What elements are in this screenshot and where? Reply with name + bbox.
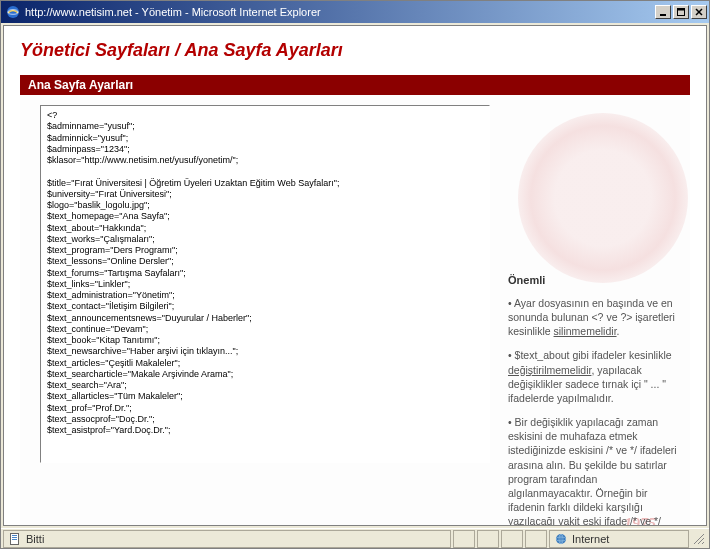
info-sidebar: Önemli • Ayar dosyasının en başında ve e… xyxy=(498,95,692,526)
svg-rect-10 xyxy=(12,539,17,540)
settings-panel: Ana Sayfa Ayarları Önemli • Ayar dosyası… xyxy=(20,75,690,526)
close-button[interactable] xyxy=(691,5,707,19)
svg-line-17 xyxy=(702,542,704,544)
watermark-seal xyxy=(518,113,688,283)
zone-label: Internet xyxy=(572,533,609,545)
ie-icon xyxy=(5,4,21,20)
info-para-1: • Ayar dosyasının en başında ve en sonun… xyxy=(508,296,678,339)
status-zone: Internet xyxy=(549,530,689,548)
info-para-3: • Bir değişiklik yapılacağı zaman eskisi… xyxy=(508,415,678,526)
status-slot-4 xyxy=(525,530,547,548)
page-heading: Yönetici Sayfaları / Ana Sayfa Ayarları xyxy=(20,40,690,61)
window-buttons xyxy=(655,5,707,19)
statusbar: Bitti Internet xyxy=(1,528,709,548)
svg-rect-9 xyxy=(12,537,17,538)
window-title: http://www.netisim.net - Yönetim - Micro… xyxy=(25,6,655,18)
resize-grip[interactable] xyxy=(691,531,707,547)
globe-icon xyxy=(554,532,568,546)
svg-rect-2 xyxy=(660,14,666,16)
svg-rect-4 xyxy=(678,9,685,11)
status-left: Bitti xyxy=(3,530,451,548)
status-slot-1 xyxy=(453,530,475,548)
page-icon xyxy=(8,532,22,546)
status-slot-2 xyxy=(477,530,499,548)
info-para-2: • $text_about gibi ifadeler kesinlikle d… xyxy=(508,348,678,405)
content-area: Yönetici Sayfaları / Ana Sayfa Ayarları … xyxy=(3,25,707,526)
svg-rect-8 xyxy=(12,535,17,536)
titlebar[interactable]: http://www.netisim.net - Yönetim - Micro… xyxy=(1,1,709,23)
browser-window: http://www.netisim.net - Yönetim - Micro… xyxy=(0,0,710,549)
panel-title: Ana Sayfa Ayarları xyxy=(20,75,690,95)
status-slot-3 xyxy=(501,530,523,548)
status-text: Bitti xyxy=(26,533,44,545)
config-textarea[interactable] xyxy=(40,105,490,463)
maximize-button[interactable] xyxy=(673,5,689,19)
minimize-button[interactable] xyxy=(655,5,671,19)
info-heading: Önemli xyxy=(508,273,678,288)
